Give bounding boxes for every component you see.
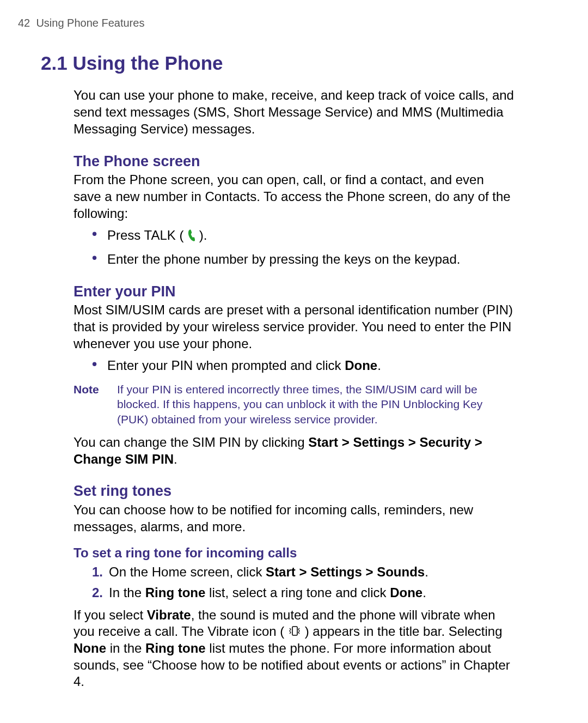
bold-ringtone: Ring tone [145, 641, 206, 655]
text: If you select [74, 607, 147, 622]
bold-done: Done [345, 358, 377, 373]
vibrate-icon [288, 625, 301, 640]
list-item: In the Ring tone list, select a ring ton… [92, 585, 514, 602]
text: . [422, 585, 426, 600]
text: In the [109, 585, 145, 600]
page-number: 42 [18, 17, 30, 29]
phone-screen-text: From the Phone screen, you can open, cal… [74, 172, 514, 222]
running-header: 42 Using Phone Features [18, 16, 514, 31]
text: ) appears in the title bar. Selecting [301, 624, 503, 639]
list-item: Enter the phone number by pressing the k… [92, 251, 514, 268]
text: . [174, 452, 177, 466]
talk-icon [187, 229, 195, 246]
phone-screen-bullets: Press TALK ( ). Enter the phone number b… [92, 227, 514, 268]
section-title: 2.1 Using the Phone [41, 51, 514, 76]
subheading-pin: Enter your PIN [74, 282, 514, 301]
text: in the [106, 641, 145, 655]
section-heading: Using the Phone [72, 52, 223, 74]
text: . [425, 564, 428, 579]
subheading-phone-screen: The Phone screen [74, 152, 514, 171]
bullet-text: . [377, 358, 381, 373]
note-body: If your PIN is entered incorrectly three… [117, 382, 514, 427]
bullet-text: Enter the phone number by pressing the k… [107, 252, 460, 266]
bullet-text: Press TALK ( [107, 228, 187, 242]
closing-paragraph: If you select Vibrate, the sound is mute… [74, 607, 514, 691]
change-pin-text: You can change the SIM PIN by clicking S… [74, 434, 514, 467]
pin-bullets: Enter your PIN when prompted and click D… [92, 357, 514, 374]
list-item: Press TALK ( ). [92, 227, 514, 246]
text: list, select a ring tone and click [205, 585, 390, 600]
note-block: Note If your PIN is entered incorrectly … [74, 382, 514, 427]
content-area: You can use your phone to make, receive,… [74, 87, 514, 690]
ring-steps: On the Home screen, click Start > Settin… [92, 564, 514, 601]
note-label: Note [74, 382, 117, 427]
text: You can change the SIM PIN by clicking [74, 435, 308, 449]
ring-text: You can choose how to be notified for in… [74, 502, 514, 535]
bullet-text: Enter your PIN when prompted and click [107, 358, 345, 373]
pin-text: Most SIM/USIM cards are preset with a pe… [74, 302, 514, 352]
chapter-name: Using Phone Features [36, 17, 144, 29]
subheading-ring: Set ring tones [74, 482, 514, 501]
svg-rect-0 [292, 627, 297, 635]
list-item: On the Home screen, click Start > Settin… [92, 564, 514, 581]
section-number: 2.1 [41, 52, 68, 74]
bullet-text: ). [195, 228, 207, 242]
bold-done: Done [390, 585, 422, 600]
subsub-ring-incoming: To set a ring tone for incoming calls [74, 545, 514, 562]
list-item: Enter your PIN when prompted and click D… [92, 357, 514, 374]
bold-ringtone: Ring tone [145, 585, 206, 600]
intro-paragraph: You can use your phone to make, receive,… [74, 87, 514, 137]
bold-path: Start > Settings > Sounds [266, 564, 425, 579]
text: On the Home screen, click [109, 564, 266, 579]
bold-none: None [74, 641, 106, 655]
bold-vibrate: Vibrate [147, 607, 191, 622]
